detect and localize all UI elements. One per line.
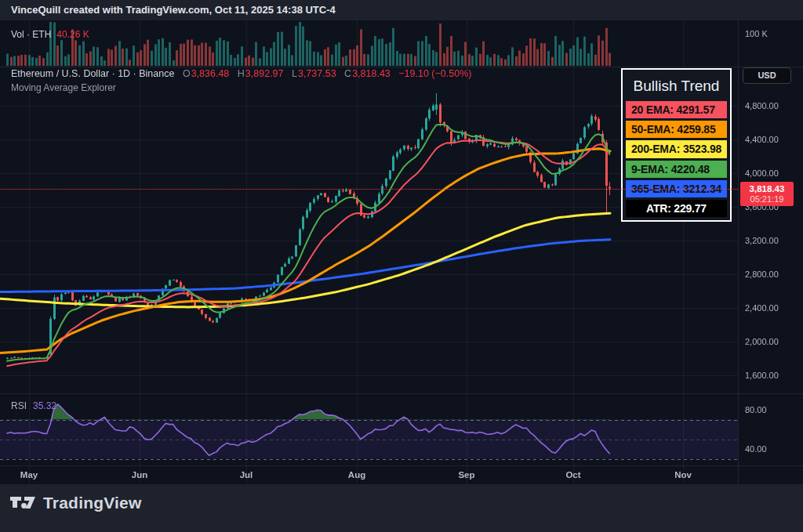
tradingview-logo[interactable]: TradingView bbox=[9, 493, 142, 512]
price-axis-tick: 2,000.00 bbox=[745, 337, 779, 346]
price-axis-tick: 4,400.00 bbox=[745, 135, 779, 144]
time-axis-label-oct: Oct bbox=[565, 470, 580, 480]
open-label: O bbox=[183, 68, 191, 79]
symbol-title[interactable]: Ethereum / U.S. Dollar · 1D · Binance bbox=[11, 68, 174, 79]
trend-legend-row-3: 9-EMA: 4220.48 bbox=[626, 161, 727, 178]
trend-legend-row-2: 200-EMA: 3523.98 bbox=[626, 140, 727, 157]
current-price-tag: 3,818.43 05:21:19 bbox=[740, 182, 794, 206]
volume-legend[interactable]: Vol · ETH40.26 K bbox=[11, 29, 89, 40]
rsi-axis-tick: 40.00 bbox=[745, 444, 767, 454]
volume-value: 40.26 K bbox=[56, 29, 89, 40]
low-label: L bbox=[292, 68, 297, 79]
trend-legend-row-0: 20 EMA: 4291.57 bbox=[626, 101, 727, 118]
volume-scale-label: 100 K bbox=[745, 29, 768, 38]
price-axis-tick: 3,200.00 bbox=[745, 236, 779, 245]
symbol-legend[interactable]: Ethereum / U.S. Dollar · 1D · Binance O3… bbox=[11, 68, 471, 79]
tradingview-logo-icon bbox=[9, 493, 36, 512]
time-axis-label-aug: Aug bbox=[348, 470, 365, 480]
low-value: 3,737.53 bbox=[298, 68, 336, 79]
indicator-title[interactable]: Moving Average Explorer bbox=[11, 82, 116, 93]
currency-toggle-button[interactable]: USD bbox=[743, 67, 791, 84]
time-axis-label-jul: Jul bbox=[240, 470, 253, 480]
time-axis-label-nov: Nov bbox=[674, 470, 692, 480]
rsi-label: RSI bbox=[11, 400, 27, 411]
rsi-legend[interactable]: RSI35.32 bbox=[11, 400, 56, 411]
time-axis-label-may: May bbox=[20, 470, 38, 480]
change-value: −19.10 (−0.50%) bbox=[398, 68, 471, 79]
volume-label: Vol · ETH bbox=[11, 29, 51, 40]
price-axis-tick: 2,400.00 bbox=[745, 303, 779, 313]
close-label: C bbox=[344, 68, 351, 79]
price-countdown: 05:21:19 bbox=[750, 194, 784, 204]
open-value: 3,836.48 bbox=[191, 68, 230, 79]
trend-legend-row-5: ATR: 229.77 bbox=[626, 200, 727, 217]
price-axis-tick: 4,000.00 bbox=[745, 168, 779, 178]
time-axis-label-jun: Jun bbox=[132, 470, 147, 480]
current-price-line bbox=[0, 189, 738, 190]
close-value: 3,818.43 bbox=[352, 68, 391, 79]
tradingview-chart-window: VinceQuill created with TradingView.com,… bbox=[0, 0, 803, 532]
attribution-text: VinceQuill created with TradingView.com,… bbox=[11, 0, 336, 20]
time-axis-label-sep: Sep bbox=[458, 470, 474, 480]
high-value: 3,892.97 bbox=[245, 68, 284, 79]
high-label: H bbox=[238, 68, 245, 79]
trend-legend-row-1: 50-EMA: 4259.85 bbox=[626, 121, 727, 138]
tradingview-logo-text: TradingView bbox=[43, 494, 142, 512]
trend-legend-title: Bullish Trend bbox=[626, 73, 727, 99]
price-axis-tick: 2,800.00 bbox=[745, 270, 779, 279]
rsi-axis-tick: 80.00 bbox=[745, 405, 767, 414]
current-price-value: 3,818.43 bbox=[750, 184, 785, 194]
price-axis-tick: 1,600.00 bbox=[745, 371, 779, 380]
trend-legend-box: Bullish Trend 20 EMA: 4291.5750-EMA: 425… bbox=[621, 68, 732, 222]
price-axis-tick: 4,800.00 bbox=[745, 101, 779, 110]
rsi-value: 35.32 bbox=[33, 400, 56, 411]
